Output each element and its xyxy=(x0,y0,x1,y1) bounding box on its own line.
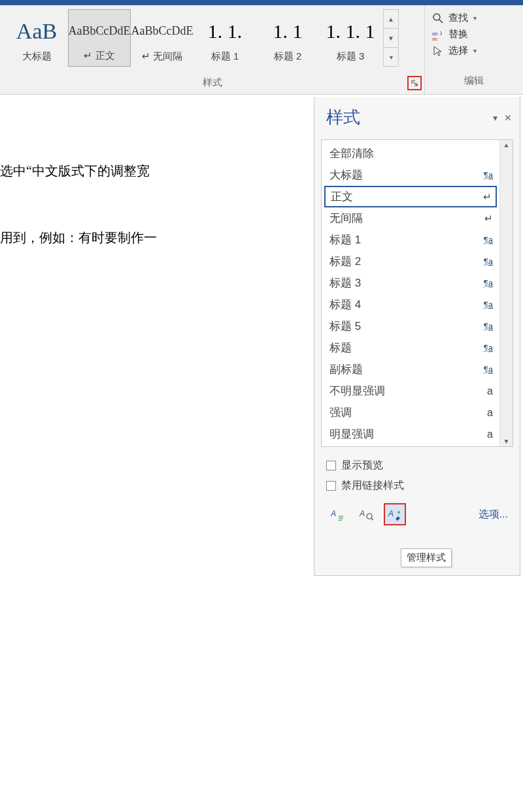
list-item-marker: ¶a xyxy=(484,321,493,331)
style-tile[interactable]: AaBbCcDdE↵ 正文 xyxy=(68,9,131,67)
chevron-down-icon: ▾ xyxy=(473,47,477,54)
svg-line-1 xyxy=(439,20,443,23)
list-item-label: 副标题 xyxy=(329,362,363,377)
style-preview: 1. 1. 1 xyxy=(326,14,375,48)
manage-styles-tooltip: 管理样式 xyxy=(401,548,452,567)
list-item-label: 标题 5 xyxy=(329,319,361,334)
list-item-label: 标题 3 xyxy=(329,275,361,291)
list-item[interactable]: 正文↵ xyxy=(324,186,497,207)
list-item[interactable]: 标题 3¶a xyxy=(322,272,499,294)
list-item-label: 正文 xyxy=(331,189,353,204)
document-area[interactable]: 选中“中文版式下的调整宽 用到，例如：有时要制作一 xyxy=(0,95,314,300)
footer-icons: A A A xyxy=(326,503,406,525)
style-tile[interactable]: 1. 1标题 2 xyxy=(256,9,319,67)
disable-linked-label: 禁用链接样式 xyxy=(341,479,404,493)
list-item-label: 全部清除 xyxy=(329,146,374,161)
ribbon: AaB大标题AaBbCcDdE↵ 正文AaBbCcDdE↵ 无间隔1. 1.标题… xyxy=(0,5,523,95)
styles-group-label: 样式 xyxy=(203,77,222,89)
styles-dialog-launcher[interactable] xyxy=(409,77,420,89)
style-label: ↵ 正文 xyxy=(84,50,114,62)
list-item-marker: a xyxy=(487,429,493,440)
pane-header: 样式 ▾ ✕ xyxy=(314,97,520,139)
list-item-label: 标题 2 xyxy=(329,254,361,269)
document-line-1: 选中“中文版式下的调整宽 xyxy=(0,160,307,181)
list-item[interactable]: 大标题¶a xyxy=(322,164,499,186)
style-tile[interactable]: 1. 1. 1标题 3 xyxy=(319,9,382,67)
select-label: 选择 xyxy=(448,44,468,57)
show-preview-checkbox[interactable]: 显示预览 xyxy=(326,459,511,472)
style-tile[interactable]: AaBbCcDdE↵ 无间隔 xyxy=(131,9,194,67)
styles-gallery: AaB大标题AaBbCcDdE↵ 正文AaBbCcDdE↵ 无间隔1. 1.标题… xyxy=(5,9,382,67)
list-item-marker: ¶a xyxy=(484,364,493,374)
title-bar xyxy=(0,0,523,5)
list-item[interactable]: 明显强调a xyxy=(322,423,499,445)
pane-scrollbar[interactable]: ▲ ▼ xyxy=(499,140,513,446)
list-item-marker: ¶a xyxy=(484,170,493,180)
svg-line-7 xyxy=(371,518,373,520)
list-item[interactable]: 无间隔↵ xyxy=(322,207,499,229)
list-item-marker: ¶a xyxy=(484,256,493,266)
select-button[interactable]: 选择 ▾ xyxy=(431,44,519,57)
gallery-up-button[interactable]: ▲ xyxy=(384,10,398,29)
style-preview: AaBbCcDdE xyxy=(131,14,194,48)
list-item-label: 标题 xyxy=(329,340,352,355)
list-item-marker: ↵ xyxy=(484,213,493,224)
gallery-spinner: ▲ ▼ ▾ xyxy=(383,9,399,67)
svg-point-9 xyxy=(397,511,400,514)
find-button[interactable]: 查找 ▾ xyxy=(431,12,519,24)
new-style-button[interactable]: A xyxy=(326,503,348,525)
style-label: 标题 3 xyxy=(337,50,365,63)
styles-group-label-row: 样式 xyxy=(0,72,424,93)
styles-gallery-wrap: AaB大标题AaBbCcDdE↵ 正文AaBbCcDdE↵ 无间隔1. 1.标题… xyxy=(0,5,424,72)
list-item-marker: ¶a xyxy=(484,343,493,353)
list-item[interactable]: 标题 1¶a xyxy=(322,229,499,251)
style-tile[interactable]: 1. 1.标题 1 xyxy=(194,9,256,67)
scroll-down-icon[interactable]: ▼ xyxy=(503,438,510,445)
style-label: 大标题 xyxy=(22,50,52,63)
svg-point-6 xyxy=(367,514,372,519)
style-preview: 1. 1. xyxy=(208,14,243,48)
gallery-more-button[interactable]: ▾ xyxy=(384,48,398,66)
list-item-label: 无间隔 xyxy=(329,211,363,226)
replace-label: 替换 xyxy=(448,28,468,41)
style-preview: AaBbCcDdE xyxy=(69,15,131,47)
list-item[interactable]: 副标题¶a xyxy=(322,359,499,380)
pane-checks: 显示预览 禁用链接样式 xyxy=(314,447,520,497)
options-link[interactable]: 选项... xyxy=(479,508,508,521)
replace-icon: abac xyxy=(431,29,445,41)
styles-pane: 样式 ▾ ✕ 全部清除大标题¶a正文↵无间隔↵标题 1¶a标题 2¶a标题 3¶… xyxy=(314,97,520,576)
scroll-up-icon[interactable]: ▲ xyxy=(503,141,510,149)
list-item[interactable]: 标题 5¶a xyxy=(322,315,499,337)
style-label: 标题 1 xyxy=(211,50,239,63)
checkbox-icon xyxy=(326,461,336,470)
list-item-marker: a xyxy=(487,385,493,397)
list-item-label: 标题 4 xyxy=(329,297,361,312)
pane-title: 样式 xyxy=(326,106,360,129)
style-inspector-button[interactable]: A xyxy=(355,503,377,525)
list-item[interactable]: 标题 2¶a xyxy=(322,251,499,272)
disable-linked-checkbox[interactable]: 禁用链接样式 xyxy=(326,479,511,493)
list-item[interactable]: 全部清除 xyxy=(322,143,499,164)
list-item-marker: ¶a xyxy=(484,235,493,245)
svg-text:A: A xyxy=(330,509,336,518)
list-item-marker: a xyxy=(487,407,493,419)
pane-close-button[interactable]: ✕ xyxy=(504,113,512,123)
style-preview: AaB xyxy=(16,14,57,48)
list-item-label: 强调 xyxy=(329,405,352,420)
manage-styles-button[interactable]: A xyxy=(384,503,406,525)
pane-options-button[interactable]: ▾ xyxy=(493,113,498,123)
list-item[interactable]: 标题 4¶a xyxy=(322,294,499,315)
svg-text:ac: ac xyxy=(432,36,437,41)
svg-point-0 xyxy=(433,14,440,20)
search-icon xyxy=(431,12,445,24)
gallery-down-button[interactable]: ▼ xyxy=(384,29,398,48)
style-tile[interactable]: AaB大标题 xyxy=(5,9,68,67)
list-item[interactable]: 标题¶a xyxy=(322,337,499,359)
list-item[interactable]: 不明显强调a xyxy=(322,380,499,402)
editing-items: 查找 ▾ abac 替换 选择 ▾ xyxy=(425,5,523,72)
editing-group-label: 编辑 xyxy=(425,72,523,93)
list-item-marker: ↵ xyxy=(483,191,492,203)
pane-footer: A A A 选项... xyxy=(314,497,520,535)
replace-button[interactable]: abac 替换 xyxy=(431,28,519,41)
list-item[interactable]: 强调a xyxy=(322,402,499,423)
